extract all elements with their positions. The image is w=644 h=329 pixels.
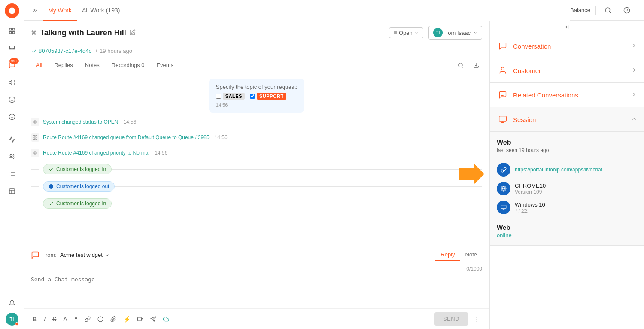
conversation-id: 80705937-c17e-4d4c [31, 48, 91, 54]
italic-btn[interactable]: I [42, 314, 47, 324]
status-logged-in-2: Customer is logged in [31, 197, 482, 210]
svg-rect-33 [36, 122, 37, 124]
inbox-icon-btn[interactable] [4, 40, 20, 56]
sales-checkbox[interactable] [216, 94, 221, 99]
conv-title-icon: ✖ [31, 29, 36, 37]
analytics-icon-btn[interactable] [4, 132, 20, 147]
panel-toggle[interactable] [490, 21, 644, 34]
event-icon-1 [31, 118, 39, 126]
people-icon-btn[interactable] [4, 149, 20, 164]
reply-tabs: Reply Note [435, 249, 482, 261]
emoji-btn[interactable] [96, 314, 105, 324]
my-work-tab[interactable]: My Work [43, 1, 77, 21]
event-icon-2 [31, 133, 39, 142]
table-icon-btn[interactable] [4, 183, 20, 199]
conversation-tabs: All Replies Notes Recordings 0 Events [24, 57, 489, 73]
svg-rect-30 [33, 120, 35, 122]
system-event-queue: Route Route #4169 changed queue from Def… [31, 131, 482, 143]
tab-notes[interactable]: Notes [80, 58, 105, 73]
session-platform: Web [497, 139, 637, 146]
session-browser-row: CHROME10 Version 109 [497, 179, 637, 198]
strikethrough-btn[interactable]: S [51, 314, 58, 324]
section-customer[interactable]: Customer [490, 58, 644, 83]
download-btn[interactable] [470, 59, 482, 71]
reply-header: From: Acme test widget Reply Note [24, 245, 489, 265]
help-btn[interactable] [620, 3, 634, 17]
reply-input[interactable] [24, 273, 489, 307]
status-badge[interactable]: Open [389, 27, 423, 38]
quote-btn[interactable]: ❝ [73, 314, 79, 324]
logged-in-pill-2: Customer is logged in [43, 198, 112, 209]
url-icon [497, 163, 510, 177]
customer-section-title: Customer [513, 67, 541, 74]
video-btn[interactable] [136, 314, 145, 324]
color-btn[interactable]: A [61, 314, 69, 324]
customer-section-chevron [631, 67, 637, 74]
bell-icon-btn[interactable] [4, 295, 20, 311]
lightning-btn[interactable]: ⚡ [122, 314, 132, 324]
reply-tab-reply[interactable]: Reply [435, 249, 460, 261]
attach-btn[interactable] [109, 314, 118, 324]
send-quick-btn[interactable] [149, 314, 158, 324]
tab-events[interactable]: Events [151, 58, 179, 73]
smiley2-icon-btn[interactable] [4, 109, 20, 125]
svg-rect-1 [9, 28, 12, 30]
from-label: From: Acme test widget [42, 252, 103, 258]
send-button[interactable]: SEND [434, 312, 468, 326]
svg-rect-40 [33, 153, 35, 155]
reply-tab-note[interactable]: Note [460, 249, 482, 261]
tab-replies[interactable]: Replies [49, 58, 78, 73]
list-icon-btn[interactable] [4, 166, 20, 182]
bold-btn[interactable]: B [31, 314, 39, 324]
svg-rect-37 [36, 138, 37, 140]
agent-badge[interactable]: TI Tom Isaac [428, 26, 482, 40]
sidebar: 99+ [0, 0, 24, 329]
expand-nav-btn[interactable] [29, 4, 41, 16]
svg-point-27 [459, 63, 462, 67]
browser-name: CHROME10 [515, 183, 546, 189]
tab-actions [455, 59, 482, 71]
session-section-chevron [631, 116, 637, 123]
tab-recordings[interactable]: Recordings 0 [106, 58, 150, 73]
megaphone-icon-btn[interactable] [4, 75, 20, 90]
conversation-meta: 80705937-c17e-4d4c + 19 hours ago [24, 45, 489, 57]
session-url-row: https://portal.infobip.com/apps/livechat [497, 160, 637, 179]
status-logged-in-1: Customer is logged in [31, 162, 482, 176]
session-os-row: Windows 10 77.22 [497, 198, 637, 217]
svg-rect-2 [12, 28, 15, 30]
section-conversation[interactable]: Conversation [490, 34, 644, 58]
session-url[interactable]: https://portal.infobip.com/apps/livechat [515, 167, 602, 173]
user-avatar[interactable]: TI [6, 313, 18, 326]
all-work-tab[interactable]: All Work (193) [77, 1, 125, 21]
session-section-title: Session [513, 116, 536, 123]
support-checkbox[interactable] [250, 94, 255, 99]
svg-rect-4 [12, 31, 15, 34]
more-options-btn[interactable]: ⋮ [471, 314, 482, 324]
conv-header-right: Open TI Tom Isaac [389, 26, 482, 40]
session-content: Web last seen 19 hours ago https://porta… [490, 132, 644, 246]
related-section-chevron [631, 91, 637, 99]
search-top-btn[interactable] [601, 3, 615, 17]
section-session[interactable]: Session [490, 107, 644, 132]
badge-count: 99+ [9, 58, 18, 64]
right-panel: Conversation Customer [489, 21, 644, 329]
os-version: 77.22 [515, 208, 545, 214]
smiley1-icon-btn[interactable] [4, 92, 20, 107]
edit-icon[interactable] [130, 29, 136, 37]
chat-icon-btn[interactable]: 99+ [4, 58, 20, 73]
search-messages-btn[interactable] [455, 59, 467, 71]
svg-rect-36 [33, 138, 35, 140]
messages-area: Specify the topic of your request: SALES… [24, 73, 489, 245]
system-event-status: System changed status to OPEN 14:56 [31, 116, 482, 128]
conversation-section-icon [497, 40, 509, 52]
from-icon [31, 251, 39, 259]
tab-all[interactable]: All [31, 58, 47, 73]
grid-icon-btn[interactable] [4, 23, 20, 39]
link-btn[interactable] [83, 314, 92, 324]
section-related[interactable]: Related Conversations [490, 83, 644, 107]
svg-marker-48 [141, 318, 143, 320]
svg-rect-41 [36, 153, 37, 155]
os-icon [497, 201, 510, 214]
from-section: From: Acme test widget [31, 251, 109, 259]
cloud-btn[interactable] [161, 314, 171, 324]
